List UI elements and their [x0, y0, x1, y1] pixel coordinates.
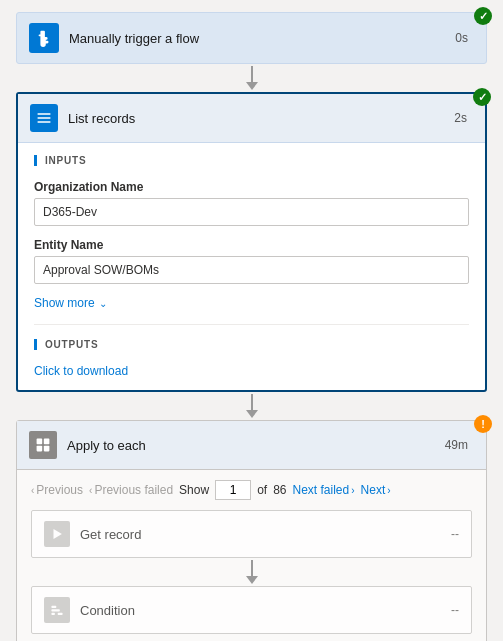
- next-chevron-icon: ›: [387, 485, 390, 496]
- trigger-icon: [29, 23, 59, 53]
- trigger-card[interactable]: Manually trigger a flow 0s: [16, 12, 487, 64]
- svg-rect-0: [37, 439, 43, 445]
- svg-marker-4: [54, 529, 62, 539]
- list-records-body: INPUTS Organization Name Entity Name Sho…: [18, 143, 485, 390]
- next-failed-button[interactable]: Next failed ›: [293, 483, 355, 497]
- arrow-head-inner: [246, 576, 258, 584]
- arrow-head-2: [246, 410, 258, 418]
- play-icon: [50, 527, 64, 541]
- svg-rect-7: [51, 613, 55, 615]
- list-icon: [36, 110, 52, 126]
- list-records-duration: 2s: [454, 111, 467, 125]
- previous-failed-button[interactable]: ‹ Previous failed: [89, 483, 173, 497]
- condition-step[interactable]: Condition --: [31, 586, 472, 634]
- svg-rect-5: [51, 606, 56, 608]
- show-more-button[interactable]: Show more ⌄: [34, 296, 469, 310]
- condition-icon: [44, 597, 70, 623]
- previous-label: Previous: [36, 483, 83, 497]
- show-more-label: Show more: [34, 296, 95, 310]
- condition-duration: --: [451, 603, 459, 617]
- next-failed-chevron-icon: ›: [351, 485, 354, 496]
- arrow-line-2: [251, 394, 253, 410]
- condition-symbol-icon: [50, 603, 64, 617]
- entity-name-group: Entity Name: [34, 238, 469, 284]
- condition-label: Condition: [80, 603, 451, 618]
- get-record-step[interactable]: Get record --: [31, 510, 472, 558]
- page-of-label: of: [257, 483, 267, 497]
- trigger-status-badge: [474, 7, 492, 25]
- show-more-chevron-icon: ⌄: [99, 298, 107, 309]
- previous-chevron-icon: ‹: [31, 485, 34, 496]
- svg-rect-3: [44, 446, 50, 452]
- next-label: Next: [361, 483, 386, 497]
- apply-status-badge: [474, 415, 492, 433]
- arrow-2: [246, 392, 258, 420]
- list-records-status-badge: [473, 88, 491, 106]
- arrow-line-1: [251, 66, 253, 82]
- apply-header[interactable]: Apply to each 49m: [17, 421, 486, 470]
- get-record-icon: [44, 521, 70, 547]
- arrow-head-1: [246, 82, 258, 90]
- get-record-label: Get record: [80, 527, 451, 542]
- arrow-1: [246, 64, 258, 92]
- outputs-section-label: OUTPUTS: [34, 339, 469, 350]
- outputs-section: OUTPUTS Click to download: [34, 339, 469, 378]
- previous-failed-label: Previous failed: [94, 483, 173, 497]
- pagination-bar: ‹ Previous ‹ Previous failed Show of 86 …: [31, 480, 472, 500]
- org-name-label: Organization Name: [34, 180, 469, 194]
- prev-failed-chevron-icon: ‹: [89, 485, 92, 496]
- list-records-icon: [30, 104, 58, 132]
- get-record-duration: --: [451, 527, 459, 541]
- trigger-duration: 0s: [455, 31, 468, 45]
- section-divider: [34, 324, 469, 325]
- page-input[interactable]: [215, 480, 251, 500]
- arrow-inner: [31, 558, 472, 586]
- svg-rect-8: [58, 613, 63, 615]
- org-name-group: Organization Name: [34, 180, 469, 226]
- loop-icon: [35, 437, 51, 453]
- trigger-label: Manually trigger a flow: [69, 31, 455, 46]
- svg-rect-6: [51, 609, 59, 611]
- hand-icon: [35, 29, 53, 47]
- entity-name-input[interactable]: [34, 256, 469, 284]
- inputs-section-label: INPUTS: [34, 155, 469, 166]
- show-label: Show: [179, 483, 209, 497]
- next-failed-label: Next failed: [293, 483, 350, 497]
- apply-label: Apply to each: [67, 438, 445, 453]
- previous-button[interactable]: ‹ Previous: [31, 483, 83, 497]
- list-records-card: List records 2s INPUTS Organization Name…: [16, 92, 487, 392]
- apply-body: ‹ Previous ‹ Previous failed Show of 86 …: [17, 470, 486, 641]
- total-pages: 86: [273, 483, 286, 497]
- click-to-download[interactable]: Click to download: [34, 364, 469, 378]
- apply-duration: 49m: [445, 438, 468, 452]
- org-name-input[interactable]: [34, 198, 469, 226]
- flow-container: Manually trigger a flow 0s List records …: [0, 0, 503, 641]
- svg-rect-2: [37, 446, 43, 452]
- next-button[interactable]: Next ›: [361, 483, 391, 497]
- arrow-line-inner: [251, 560, 253, 576]
- svg-rect-1: [44, 439, 50, 445]
- apply-icon: [29, 431, 57, 459]
- list-records-header[interactable]: List records 2s: [18, 94, 485, 143]
- list-records-label: List records: [68, 111, 454, 126]
- entity-name-label: Entity Name: [34, 238, 469, 252]
- apply-to-each-card: Apply to each 49m ‹ Previous ‹ Previous …: [16, 420, 487, 641]
